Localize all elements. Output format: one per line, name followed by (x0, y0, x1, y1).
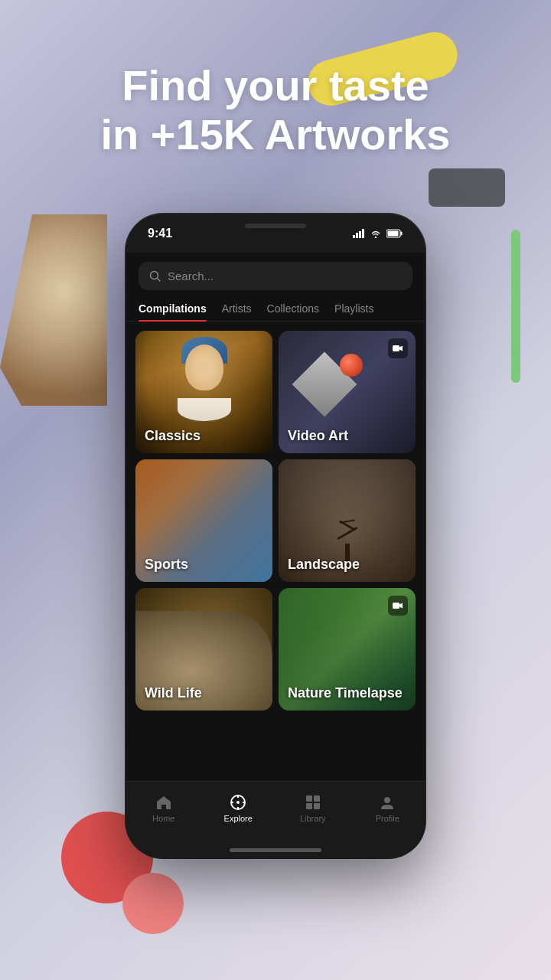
svg-line-8 (158, 278, 161, 281)
battery-icon (386, 229, 403, 238)
tabs-row: Compilations Artists Collections Playlis… (126, 296, 425, 322)
phone-screen: Search... Compilations Artists Collectio… (126, 253, 425, 858)
video-icon-nature (388, 596, 408, 616)
headline-line2: in +15K Artworks (101, 110, 451, 158)
svg-rect-2 (359, 231, 361, 238)
status-icons (353, 229, 403, 238)
card-sports[interactable]: Sports (135, 459, 272, 582)
tab-playlists[interactable]: Playlists (334, 296, 373, 321)
svg-rect-10 (393, 603, 399, 609)
nav-library-label: Library (300, 814, 326, 823)
classics-portrait (174, 337, 235, 421)
nature-label: Nature Timelapse (288, 685, 406, 701)
home-icon (155, 794, 172, 811)
videoart-label: Video Art (288, 428, 406, 444)
video-camera-icon-nature (393, 602, 403, 609)
bg-decoration-green (511, 230, 520, 383)
card-classics[interactable]: Classics (135, 331, 272, 453)
content-grid: Classics Video Art (126, 331, 425, 781)
portrait-head (185, 345, 223, 390)
svg-point-21 (384, 797, 390, 803)
explore-icon (230, 794, 246, 811)
nav-home[interactable]: Home (126, 794, 201, 823)
tab-collections[interactable]: Collections (267, 296, 319, 321)
svg-rect-5 (401, 232, 403, 236)
time-display: 9:41 (148, 227, 172, 240)
tab-artists[interactable]: Artists (222, 296, 252, 321)
sports-label: Sports (145, 557, 263, 573)
video-icon-videoart (388, 338, 408, 358)
nav-profile[interactable]: Profile (350, 794, 425, 823)
signal-icon (353, 229, 365, 238)
library-icon (305, 794, 321, 811)
bg-decoration-gray (429, 168, 505, 207)
profile-icon (379, 794, 396, 811)
portrait-collar (178, 398, 231, 421)
classics-label: Classics (145, 428, 263, 444)
svg-point-12 (236, 801, 240, 804)
svg-rect-6 (388, 231, 399, 237)
svg-point-7 (151, 271, 158, 279)
tree-branch3 (339, 519, 354, 523)
svg-rect-19 (306, 803, 312, 809)
headline: Find your taste in +15K Artworks (0, 61, 551, 160)
svg-rect-17 (306, 795, 312, 802)
card-videoart[interactable]: Video Art (279, 331, 416, 453)
phone-pill (245, 224, 306, 228)
svg-rect-20 (314, 803, 320, 809)
svg-rect-0 (353, 235, 355, 238)
svg-rect-18 (314, 795, 320, 802)
bottom-nav: Home Explore (126, 781, 425, 842)
tab-compilations[interactable]: Compilations (139, 296, 207, 321)
nav-explore[interactable]: Explore (201, 794, 276, 823)
video-camera-icon (393, 345, 403, 352)
shape-sphere (340, 354, 363, 377)
artwork-inner (0, 214, 107, 406)
home-pill (230, 848, 321, 852)
headline-line1: Find your taste (122, 61, 429, 109)
search-bar-wrapper: Search... (126, 253, 425, 296)
search-bar[interactable]: Search... (139, 262, 412, 290)
card-landscape[interactable]: Landscape (279, 459, 416, 582)
header-section: Find your taste in +15K Artworks (0, 61, 551, 160)
search-placeholder: Search... (168, 270, 214, 283)
card-wildlife[interactable]: Wild Life (135, 588, 272, 710)
phone-device: 9:41 (126, 214, 425, 858)
svg-rect-9 (393, 345, 399, 351)
search-icon (149, 270, 161, 283)
nav-explore-label: Explore (224, 814, 253, 823)
home-indicator (126, 842, 425, 858)
svg-rect-1 (356, 233, 358, 238)
landscape-label: Landscape (288, 557, 406, 573)
card-nature[interactable]: Nature Timelapse (279, 588, 416, 710)
status-bar: 9:41 (126, 214, 425, 253)
nav-profile-label: Profile (376, 814, 399, 823)
wifi-icon (370, 229, 382, 238)
nav-library[interactable]: Library (276, 794, 350, 823)
nav-home-label: Home (152, 814, 174, 823)
left-artwork-fragment (0, 214, 107, 406)
bg-decoration-red2 (122, 873, 184, 934)
wildlife-label: Wild Life (145, 685, 263, 701)
svg-rect-3 (362, 229, 364, 238)
